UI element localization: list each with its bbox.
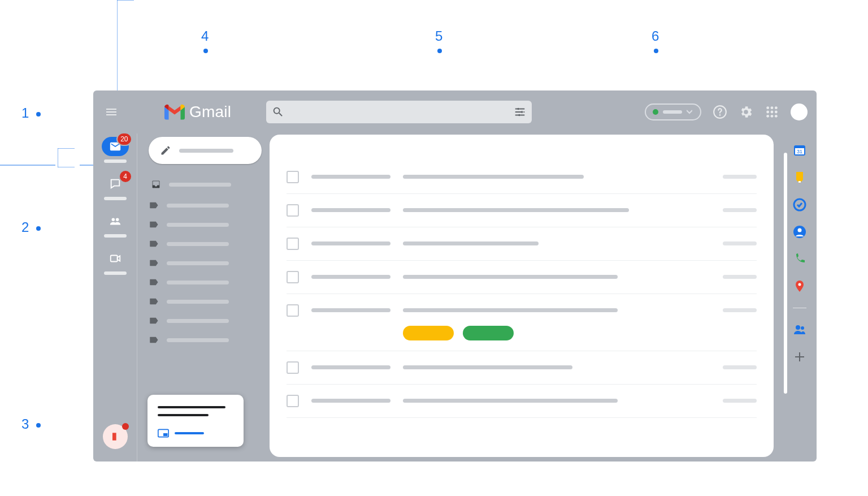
svg-rect-25 [163,433,168,436]
side-app-voice[interactable] [793,252,806,266]
label-icon [149,219,159,230]
folder-label-5[interactable] [149,273,263,292]
folder-inbox[interactable] [149,176,263,196]
compose-label-placeholder [179,149,233,153]
svg-point-10 [719,114,721,116]
svg-text:31: 31 [797,149,802,154]
gmail-logo[interactable]: Gmail [164,103,231,121]
date-placeholder [723,275,757,279]
callout-number-5: 5 [435,28,442,44]
folder-label-3[interactable] [149,234,263,253]
popover-cta[interactable] [158,429,233,438]
select-checkbox[interactable] [287,238,299,250]
svg-point-34 [796,325,800,330]
side-panel-scrollbar[interactable] [784,153,787,394]
side-app-calendar[interactable]: 31 [793,144,806,157]
compose-button[interactable] [149,137,262,164]
message-row[interactable] [287,227,757,261]
attachment-chip[interactable] [463,326,514,340]
sender-placeholder [311,241,390,245]
side-app-keep[interactable] [793,171,806,184]
folder-label-4[interactable] [149,253,263,273]
callout-dot [36,226,41,231]
side-app-add[interactable] [793,350,806,364]
rail-item-chat[interactable]: 4 [98,174,132,200]
subject-placeholder [403,308,618,312]
side-app-contacts[interactable] [793,225,806,239]
rail-item-mail[interactable]: 20 [98,137,132,163]
message-row[interactable] [287,294,757,351]
main-menu-button[interactable] [98,98,125,126]
subject-placeholder [403,208,629,212]
svg-point-32 [798,228,802,232]
select-checkbox[interactable] [287,204,299,217]
select-checkbox[interactable] [287,271,299,283]
callout-dot [203,49,208,53]
svg-point-19 [775,115,778,118]
folder-label-placeholder [167,204,229,208]
folder-label-8[interactable] [149,330,263,350]
attachment-chip[interactable] [403,326,454,340]
svg-point-18 [771,115,774,118]
folder-label-1[interactable] [149,196,263,215]
callout-number-4: 4 [201,28,209,44]
side-app-maps[interactable] [793,279,806,293]
select-checkbox[interactable] [287,361,299,374]
notification-dot-icon [122,423,129,430]
settings-button[interactable] [739,105,753,119]
popover-text-line [158,406,225,408]
popover-text-line [158,414,209,416]
folder-label-6[interactable] [149,292,263,311]
product-name: Gmail [189,103,231,121]
tasks-icon [793,198,806,212]
rail-label-placeholder [104,197,127,200]
rail-item-meet[interactable] [98,249,132,275]
rail-label-placeholder [104,159,127,163]
callout-dot [36,423,41,428]
search-icon [272,106,284,118]
chat-popover [147,395,244,447]
message-row[interactable] [287,261,757,294]
select-checkbox[interactable] [287,395,299,407]
search-bar[interactable] [266,101,532,123]
google-apps-button[interactable] [765,105,779,119]
callout-line [0,163,55,167]
popover-cta-label-placeholder [175,432,204,434]
side-app-tasks[interactable] [793,198,806,212]
help-button[interactable] [713,105,727,119]
side-app-people[interactable] [793,323,806,337]
message-row[interactable] [287,385,757,418]
date-placeholder [723,399,757,403]
message-row[interactable] [287,194,757,227]
new-chat-button[interactable] [103,424,128,449]
gmail-app-frame: Gmail [93,90,817,462]
folder-label-7[interactable] [149,311,263,330]
attachment-chips [403,326,514,340]
status-chip[interactable] [645,103,701,120]
people-icon [793,323,806,337]
date-placeholder [723,308,757,312]
tune-icon[interactable] [514,106,526,118]
label-icon [149,335,159,345]
hamburger-icon [105,105,118,119]
body: 204 [93,133,817,462]
svg-point-33 [798,283,801,286]
app-rail: 204 [93,133,137,462]
label-icon [149,296,159,307]
callout-dot [437,49,442,53]
header: Gmail [93,90,817,133]
folder-label-2[interactable] [149,215,263,234]
select-checkbox[interactable] [287,304,299,317]
gear-icon [739,105,753,119]
message-row[interactable] [287,351,757,385]
svg-point-12 [771,106,774,109]
select-checkbox[interactable] [287,171,299,183]
svg-point-15 [771,111,774,114]
message-row[interactable] [287,161,757,194]
account-avatar[interactable] [791,103,808,120]
rail-item-spaces[interactable] [98,212,132,238]
date-placeholder [723,208,757,212]
status-label-placeholder [663,110,682,114]
callout-number-3: 3 [21,416,29,432]
voice-icon [793,252,806,266]
